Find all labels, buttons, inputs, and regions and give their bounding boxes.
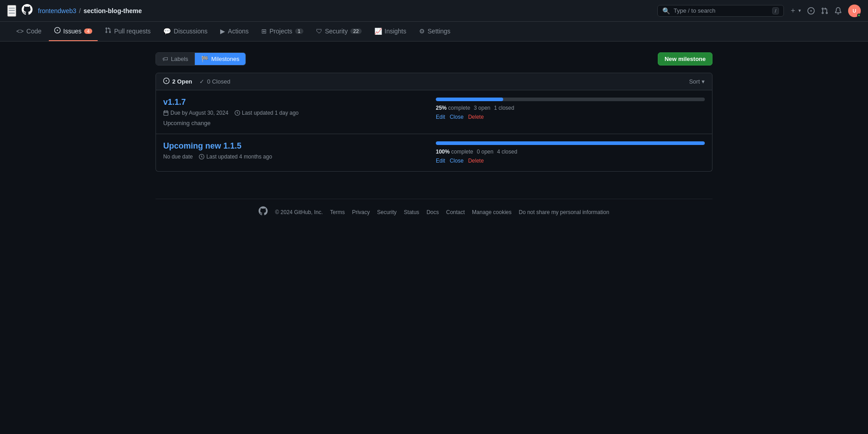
milestone-left: Upcoming new 1.1.5 No due date Last upda… (163, 141, 432, 163)
footer-contact[interactable]: Contact (446, 209, 465, 215)
open-count-2: 0 open (477, 149, 494, 155)
settings-icon: ⚙ (419, 28, 425, 35)
footer: © 2024 GitHub, Inc. Terms Privacy Securi… (156, 199, 712, 225)
footer-terms[interactable]: Terms (330, 209, 345, 215)
issues-icon (54, 27, 61, 35)
breadcrumb-repo: section-blog-theme (84, 7, 142, 14)
footer-privacy[interactable]: Privacy (352, 209, 370, 215)
issues-icon-button[interactable] (807, 7, 815, 14)
pullrequest-icon-button[interactable] (821, 7, 828, 14)
sort-label: Sort (689, 78, 700, 85)
milestone-title[interactable]: v1.1.7 (163, 98, 432, 107)
plus-icon: ＋ (789, 6, 797, 15)
security-badge: 22 (350, 28, 361, 34)
breadcrumb: frontendweb3 / section-blog-theme (38, 7, 142, 14)
search-placeholder: Type / to search (674, 7, 716, 14)
footer-docs[interactable]: Docs (426, 209, 439, 215)
closed-milestones-tab[interactable]: ✓ 0 Closed (199, 78, 230, 85)
footer-manage-cookies[interactable]: Manage cookies (472, 209, 511, 215)
open-milestones-tab[interactable]: 2 Open (163, 78, 192, 85)
milestone-actions-2: Edit Close Delete (436, 158, 705, 164)
pr-icon (105, 27, 111, 35)
tab-actions[interactable]: ▶ Actions (215, 22, 254, 41)
tab-insights-label: Insights (385, 28, 406, 35)
milestone-icon: 🏁 (201, 56, 208, 62)
repo-tabs: <> Code Issues 4 Pull requests 💬 Discuss… (0, 22, 868, 42)
milestone-meta: Due by August 30, 2024 Last updated 1 da… (163, 110, 432, 116)
tab-settings[interactable]: ⚙ Settings (414, 22, 456, 41)
last-updated: Last updated 1 day ago (235, 110, 298, 116)
close-link-m2[interactable]: Close (450, 158, 464, 164)
milestone-right: 25% complete 3 open 1 closed Edit Close … (436, 98, 705, 120)
search-icon: 🔍 (662, 7, 670, 14)
edit-link-m1[interactable]: Edit (436, 114, 445, 120)
delete-link-m2[interactable]: Delete (468, 158, 484, 164)
sort-chevron-icon: ▾ (702, 78, 705, 85)
sort-button[interactable]: Sort ▾ (689, 78, 705, 85)
progress-bar-container-2 (436, 141, 705, 145)
footer-logo-icon (259, 206, 268, 218)
tab-insights[interactable]: 📈 Insights (369, 22, 412, 41)
footer-status[interactable]: Status (404, 209, 419, 215)
milestone-description: Upcoming change (163, 120, 432, 126)
issues-badge: 4 (84, 28, 92, 34)
plus-chevron: ▾ (798, 8, 801, 14)
tab-issues[interactable]: Issues 4 (49, 22, 98, 41)
due-date: Due by August 30, 2024 (163, 110, 228, 116)
open-tab-label: 2 Open (172, 78, 192, 85)
progress-bar-fill (436, 98, 503, 101)
open-count: 3 open (474, 105, 491, 111)
footer-do-not-share[interactable]: Do not share my personal information (519, 209, 609, 215)
filter-group: 🏷 Labels 🏁 Milestones (156, 52, 246, 65)
tab-security[interactable]: 🛡 Security 22 (311, 22, 367, 41)
tab-projects[interactable]: ⊞ Projects 1 (256, 22, 309, 41)
progress-bar-container (436, 98, 705, 101)
tab-code[interactable]: <> Code (11, 22, 47, 41)
labels-button[interactable]: 🏷 Labels (156, 53, 195, 65)
milestone-stats-2: 100% complete 0 open 4 closed (436, 149, 705, 155)
insights-icon: 📈 (374, 28, 382, 35)
code-icon: <> (16, 28, 24, 35)
due-date-2: No due date (163, 154, 193, 160)
milestones-button[interactable]: 🏁 Milestones (195, 53, 245, 65)
tab-actions-label: Actions (228, 28, 249, 35)
complete-pct-2: 100% complete (436, 149, 473, 155)
tab-pr-label: Pull requests (114, 28, 151, 35)
tab-projects-label: Projects (269, 28, 292, 35)
milestone-item: Upcoming new 1.1.5 No due date Last upda… (156, 134, 712, 171)
footer-security[interactable]: Security (377, 209, 396, 215)
tab-issues-label: Issues (63, 28, 81, 35)
tab-discussions-label: Discussions (174, 28, 208, 35)
create-button[interactable]: ＋ ▾ (789, 6, 801, 15)
breadcrumb-user[interactable]: frontendweb3 (38, 7, 76, 14)
search-bar[interactable]: 🔍 Type / to search / (657, 5, 784, 17)
milestone-meta-2: No due date Last updated 4 months ago (163, 154, 432, 160)
notifications-button[interactable] (835, 7, 842, 14)
topnav: ☰ frontendweb3 / section-blog-theme 🔍 Ty… (0, 0, 868, 22)
complete-pct: 25% complete (436, 105, 470, 111)
tab-pullrequests[interactable]: Pull requests (99, 22, 156, 41)
tab-discussions[interactable]: 💬 Discussions (158, 22, 213, 41)
tab-security-label: Security (325, 28, 348, 35)
closed-tab-label: 0 Closed (207, 78, 230, 85)
main-content: 🏷 Labels 🏁 Milestones New milestone 2 Op… (145, 42, 723, 236)
projects-badge: 1 (295, 28, 303, 34)
milestone-tabs-header: 2 Open ✓ 0 Closed Sort ▾ (156, 73, 712, 90)
milestone-open-icon (163, 78, 170, 85)
close-link-m1[interactable]: Close (450, 114, 464, 120)
avatar[interactable]: U (848, 5, 861, 17)
milestone-title-2[interactable]: Upcoming new 1.1.5 (163, 141, 432, 151)
milestone-actions: Edit Close Delete (436, 114, 705, 120)
filter-bar: 🏷 Labels 🏁 Milestones New milestone (156, 52, 712, 65)
topnav-icons: ＋ ▾ U (789, 5, 861, 17)
breadcrumb-sep: / (79, 7, 81, 14)
checkmark-icon: ✓ (199, 78, 204, 85)
edit-link-m2[interactable]: Edit (436, 158, 445, 164)
delete-link-m1[interactable]: Delete (468, 114, 484, 120)
last-updated-2: Last updated 4 months ago (199, 154, 272, 160)
projects-icon: ⊞ (261, 28, 267, 35)
hamburger-button[interactable]: ☰ (7, 5, 16, 17)
new-milestone-button[interactable]: New milestone (658, 52, 712, 65)
status-dot (857, 14, 861, 17)
discussions-icon: 💬 (163, 28, 171, 35)
